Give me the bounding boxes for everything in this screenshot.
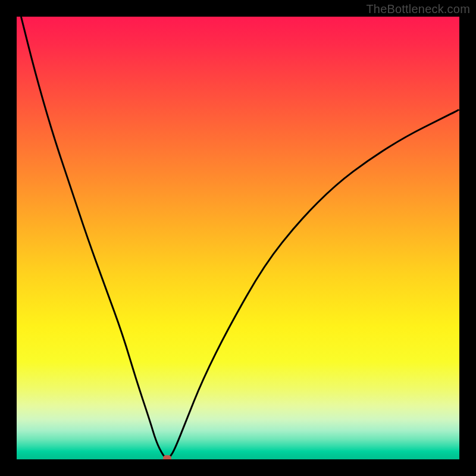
curve-path (21, 17, 459, 458)
bottleneck-curve (17, 17, 459, 459)
minimum-marker-dot (163, 455, 171, 459)
chart-frame: TheBottleneck.com (0, 0, 476, 476)
plot-area (17, 17, 459, 459)
watermark-text: TheBottleneck.com (366, 2, 470, 16)
